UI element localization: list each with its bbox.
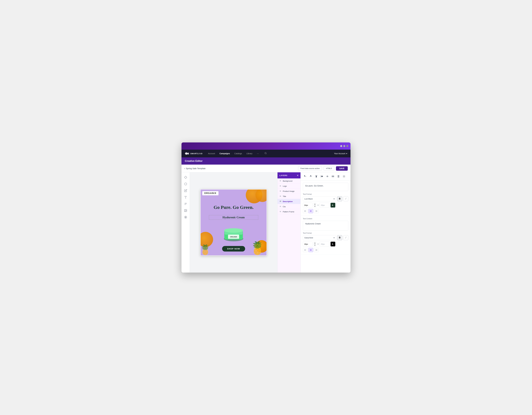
logo-icon bbox=[185, 152, 189, 155]
text-align-right-1[interactable] bbox=[314, 209, 319, 213]
layer-item-title[interactable]: 👁 Title bbox=[277, 194, 301, 199]
editor-header: Creative Editor bbox=[181, 157, 351, 165]
ad-subheadline[interactable]: Hyaluronic Cream bbox=[209, 215, 258, 220]
minimize-button[interactable] bbox=[340, 145, 342, 147]
font-size-down-1[interactable]: ▼ bbox=[314, 205, 316, 207]
layer-item-background[interactable]: 👁 Background bbox=[277, 178, 301, 184]
font-select-1[interactable]: Lust Black ▾ bbox=[303, 196, 336, 201]
font-size-input-2[interactable]: 18px bbox=[303, 241, 313, 247]
text-format-label-1: Text Format bbox=[303, 193, 348, 195]
layers-close-icon[interactable]: ✕ bbox=[297, 174, 299, 177]
layer-item-logo[interactable]: 👁 Logo bbox=[277, 184, 301, 189]
italic-button-2[interactable]: / bbox=[343, 235, 348, 240]
align-left-button[interactable] bbox=[320, 174, 324, 179]
layer-item-cta[interactable]: 👁 Cta bbox=[277, 204, 301, 209]
feed-source-button[interactable]: Feed data source active bbox=[298, 166, 322, 171]
av-icon-1: AV bbox=[317, 204, 319, 206]
format-row-1: Lust Black ▾ B / bbox=[303, 196, 348, 201]
format-row-2: Galvji Bold ▾ B / bbox=[303, 235, 348, 240]
eye-icon-background[interactable]: 👁 bbox=[279, 180, 281, 182]
html5-button[interactable]: HTML5 bbox=[324, 166, 334, 171]
eye-icon-description[interactable]: 👁 bbox=[279, 200, 281, 203]
text-content-input[interactable]: Hyaluronic Cream bbox=[303, 221, 348, 231]
letter-spacing-input-1[interactable]: 20px bbox=[320, 203, 329, 208]
text-align-left-1[interactable] bbox=[303, 209, 308, 213]
text-align-left-2[interactable] bbox=[303, 248, 308, 252]
distribute-v-button[interactable] bbox=[336, 174, 341, 179]
svg-rect-33 bbox=[333, 175, 334, 177]
font-size-input-1[interactable]: 24px bbox=[303, 203, 313, 208]
align-center-v-button[interactable] bbox=[325, 174, 330, 179]
align-top-left-button[interactable] bbox=[303, 174, 308, 179]
layer-label-product-image: Product Image bbox=[283, 190, 294, 192]
nav-library[interactable]: Library bbox=[247, 152, 252, 155]
text-align-center-1[interactable] bbox=[308, 209, 313, 213]
account-area[interactable]: Your Account ▾ bbox=[334, 152, 347, 155]
heading-tool[interactable] bbox=[183, 201, 189, 207]
layer-label-pattern-frame: Pattern Frame bbox=[283, 211, 294, 213]
more-options-button[interactable] bbox=[342, 174, 346, 179]
color-swatch-2[interactable]: A bbox=[330, 241, 335, 247]
letter-spacing-value-2: 20px bbox=[321, 243, 325, 245]
font-size-down-2[interactable]: ▼ bbox=[314, 244, 316, 246]
bold-button-2[interactable]: B bbox=[337, 235, 342, 240]
svg-rect-22 bbox=[304, 176, 306, 177]
align-toolbar bbox=[301, 172, 351, 181]
ad-cta: SHOP NOW bbox=[222, 246, 245, 251]
video-tool[interactable] bbox=[183, 214, 189, 220]
bold-button-1[interactable]: B bbox=[337, 196, 342, 201]
eye-icon-logo[interactable]: 👁 bbox=[279, 185, 281, 187]
text-align-center-2[interactable] bbox=[308, 248, 313, 252]
text-align-right-2[interactable] bbox=[314, 248, 319, 252]
pencil-tool[interactable] bbox=[183, 188, 189, 193]
nav-campaigns[interactable]: Campaigns bbox=[219, 152, 230, 155]
eye-icon-cta[interactable]: 👁 bbox=[279, 205, 281, 208]
layer-label-background: Background bbox=[283, 180, 292, 182]
svg-line-5 bbox=[266, 154, 266, 154]
italic-button-1[interactable]: / bbox=[343, 196, 348, 201]
text-preview-box[interactable]: Go pure. Go Green. bbox=[303, 183, 348, 191]
nav-catalogs[interactable]: Catalogs bbox=[234, 152, 242, 155]
svg-rect-2 bbox=[187, 153, 189, 154]
save-button[interactable]: SAVE bbox=[336, 166, 348, 171]
letter-spacing-value-1: 20px bbox=[321, 204, 325, 206]
eye-icon-product-image[interactable]: 👁 bbox=[279, 190, 281, 192]
diamond-tool[interactable] bbox=[183, 175, 189, 180]
layer-item-product-image[interactable]: 👁 Product Image bbox=[277, 189, 301, 194]
layers-title: LAYERS bbox=[279, 175, 287, 176]
svg-rect-23 bbox=[310, 175, 311, 176]
svg-rect-32 bbox=[333, 175, 333, 177]
format-size-row-2: 18px ▲ ▼ AV 20px A bbox=[303, 241, 348, 247]
color-a-label-2: A bbox=[332, 243, 333, 245]
template-name: Spring Sale Template bbox=[186, 167, 205, 170]
nav-account[interactable]: Account bbox=[208, 152, 215, 155]
font-select-2[interactable]: Galvji Bold ▾ bbox=[303, 235, 336, 240]
distribute-h-button[interactable] bbox=[331, 174, 335, 179]
layer-item-description[interactable]: 👁 Description bbox=[277, 199, 301, 204]
font-size-spinners-2: ▲ ▼ bbox=[314, 242, 316, 246]
svg-marker-6 bbox=[184, 176, 187, 179]
nav-more[interactable]: ··· bbox=[257, 152, 259, 155]
layer-label-title: Title bbox=[283, 195, 286, 197]
align-top-center-button[interactable] bbox=[308, 174, 313, 179]
layer-item-pattern-frame[interactable]: 👁 Pattern Frame bbox=[277, 209, 301, 214]
letter-spacing-input-2[interactable]: 20px bbox=[320, 241, 329, 247]
close-button[interactable] bbox=[346, 145, 348, 147]
eye-icon-pattern-frame[interactable]: 👁 bbox=[279, 211, 281, 213]
font-size-up-2[interactable]: ▲ bbox=[314, 242, 316, 244]
text-tool[interactable] bbox=[183, 194, 189, 200]
pineapple-right: 🍍 bbox=[250, 241, 265, 255]
color-swatch-1[interactable]: A bbox=[330, 203, 335, 208]
logo-area: SMARTLY.IO bbox=[185, 152, 203, 155]
maximize-button[interactable] bbox=[343, 145, 345, 147]
landscape-tool[interactable] bbox=[183, 208, 189, 213]
svg-rect-24 bbox=[310, 176, 312, 177]
font-size-up-1[interactable]: ▲ bbox=[314, 203, 316, 205]
svg-rect-1 bbox=[187, 153, 189, 153]
circle-tool[interactable] bbox=[183, 181, 189, 187]
back-button[interactable]: ‹ Spring Sale Template bbox=[184, 167, 206, 170]
eye-icon-title[interactable]: 👁 bbox=[279, 195, 281, 197]
search-icon[interactable] bbox=[265, 152, 267, 155]
layers-header: LAYERS ✕ bbox=[277, 172, 301, 178]
align-top-button[interactable] bbox=[314, 174, 319, 179]
